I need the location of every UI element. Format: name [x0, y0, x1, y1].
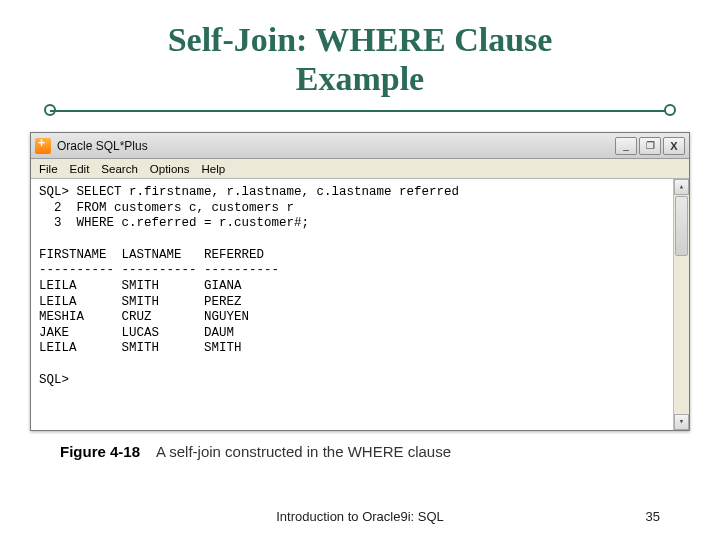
- result-row-2: LEILA SMITH PEREZ: [39, 295, 242, 309]
- menu-search[interactable]: Search: [101, 163, 137, 175]
- page-number: 35: [646, 509, 660, 524]
- slide-title-line2: Example: [296, 60, 424, 97]
- sql-prompt-end: SQL>: [39, 373, 69, 387]
- vertical-scrollbar[interactable]: ▴ ▾: [673, 179, 689, 429]
- close-button[interactable]: X: [663, 137, 685, 155]
- slide-title-line1: Self-Join: WHERE Clause: [168, 21, 553, 58]
- sql-line-1: SQL> SELECT r.firstname, r.lastname, c.l…: [39, 185, 459, 199]
- title-underline: [50, 104, 670, 118]
- figure-text: A self-join constructed in the WHERE cla…: [156, 443, 451, 460]
- slide-title: Self-Join: WHERE Clause Example: [30, 20, 690, 98]
- slide-footer: Introduction to Oracle9i: SQL 35: [0, 509, 720, 524]
- rule-line: [50, 110, 670, 112]
- result-row-5: LEILA SMITH SMITH: [39, 341, 242, 355]
- scroll-thumb[interactable]: [675, 196, 688, 256]
- menu-file[interactable]: File: [39, 163, 58, 175]
- result-row-4: JAKE LUCAS DAUM: [39, 326, 234, 340]
- scroll-up-arrow[interactable]: ▴: [674, 179, 689, 195]
- menu-bar: File Edit Search Options Help: [31, 159, 689, 179]
- sqlplus-window: Oracle SQL*Plus _ ❐ X File Edit Search O…: [30, 132, 690, 430]
- app-icon: [35, 138, 51, 154]
- maximize-button[interactable]: ❐: [639, 137, 661, 155]
- figure-ref: Figure 4-18: [60, 443, 140, 460]
- menu-options[interactable]: Options: [150, 163, 190, 175]
- minimize-button[interactable]: _: [615, 137, 637, 155]
- window-title: Oracle SQL*Plus: [57, 139, 148, 153]
- window-titlebar: Oracle SQL*Plus _ ❐ X: [31, 133, 689, 159]
- sql-line-3: 3 WHERE c.referred = r.customer#;: [39, 216, 309, 230]
- sql-line-2: 2 FROM customers c, customers r: [39, 201, 294, 215]
- result-row-1: LEILA SMITH GIANA: [39, 279, 242, 293]
- scroll-down-arrow[interactable]: ▾: [674, 414, 689, 430]
- menu-help[interactable]: Help: [201, 163, 225, 175]
- result-header: FIRSTNAME LASTNAME REFERRED: [39, 248, 264, 262]
- window-controls: _ ❐ X: [615, 137, 685, 155]
- result-divider: ---------- ---------- ----------: [39, 263, 279, 277]
- result-row-3: MESHIA CRUZ NGUYEN: [39, 310, 249, 324]
- console-output: SQL> SELECT r.firstname, r.lastname, c.l…: [31, 179, 689, 429]
- figure-caption: Figure 4-18 A self-join constructed in t…: [60, 443, 690, 460]
- rule-dot-right: [664, 104, 676, 116]
- menu-edit[interactable]: Edit: [70, 163, 90, 175]
- footer-center: Introduction to Oracle9i: SQL: [276, 509, 444, 524]
